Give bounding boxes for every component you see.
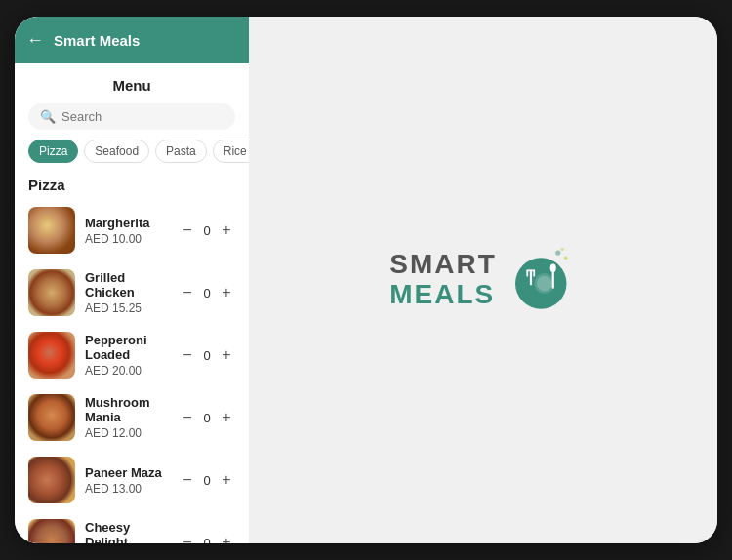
item-info: Mushroom Mania AED 12.00	[85, 395, 169, 440]
qty-control: − 0 +	[179, 534, 235, 543]
increase-button[interactable]: +	[218, 346, 235, 364]
list-item: Paneer Maza AED 13.00 − 0 +	[15, 449, 249, 511]
food-image	[28, 332, 75, 379]
svg-point-0	[555, 250, 560, 255]
decrease-button[interactable]: −	[179, 409, 196, 426]
increase-button[interactable]: +	[218, 221, 235, 239]
search-input[interactable]	[61, 109, 224, 124]
qty-value: 0	[202, 473, 212, 488]
increase-button[interactable]: +	[218, 284, 235, 301]
food-image	[28, 457, 75, 503]
svg-point-9	[537, 276, 552, 292]
decrease-button[interactable]: −	[179, 346, 196, 364]
top-bar: ← Smart Meals	[15, 17, 249, 63]
item-info: Grilled Chicken AED 15.25	[85, 270, 169, 315]
increase-button[interactable]: +	[218, 534, 235, 543]
increase-button[interactable]: +	[218, 471, 235, 489]
item-info: Cheesy Delight AED 10.00	[85, 520, 169, 543]
food-image	[28, 394, 75, 441]
list-item: Pepperoni Loaded AED 20.00 − 0 +	[15, 324, 249, 386]
section-title: Pizza	[15, 173, 249, 199]
item-info: Margherita AED 10.00	[85, 216, 169, 246]
search-bar[interactable]: 🔍	[28, 103, 235, 130]
increase-button[interactable]: +	[218, 409, 235, 426]
tab-pasta[interactable]: Pasta	[155, 140, 207, 163]
food-image	[28, 519, 75, 543]
item-price: AED 10.00	[85, 232, 169, 246]
svg-rect-7	[526, 270, 535, 272]
svg-rect-4	[530, 270, 532, 286]
search-icon: 🔍	[40, 109, 56, 124]
item-price: AED 12.00	[85, 426, 169, 440]
qty-control: − 0 +	[179, 284, 235, 301]
tab-pizza[interactable]: Pizza	[28, 140, 78, 163]
decrease-button[interactable]: −	[179, 471, 196, 489]
item-info: Pepperoni Loaded AED 20.00	[85, 333, 169, 378]
svg-rect-10	[551, 270, 553, 289]
decrease-button[interactable]: −	[179, 221, 196, 239]
food-image	[28, 207, 75, 254]
list-item: Cheesy Delight AED 10.00 − 0 +	[15, 511, 249, 543]
list-item: Margherita AED 10.00 − 0 +	[15, 199, 249, 261]
item-price: AED 15.25	[85, 301, 169, 315]
logo-smart: SMART	[389, 250, 497, 280]
left-panel: ← Smart Meals Menu 🔍 Pizza Seafood Pasta…	[15, 17, 249, 543]
item-info: Paneer Maza AED 13.00	[85, 465, 169, 496]
logo-meals: MEALS	[389, 280, 497, 310]
item-name: Pepperoni Loaded	[85, 333, 169, 362]
qty-control: − 0 +	[179, 221, 235, 239]
qty-control: − 0 +	[179, 471, 235, 489]
item-name: Margherita	[85, 216, 169, 230]
tab-ricebowl[interactable]: Rice bowl	[213, 140, 249, 163]
logo-container: SMART MEALS	[389, 246, 577, 314]
list-item: Mushroom Mania AED 12.00 − 0 +	[15, 386, 249, 449]
category-tabs: Pizza Seafood Pasta Rice bowl	[15, 140, 249, 173]
logo-text: SMART MEALS	[389, 250, 497, 310]
right-panel: SMART MEALS	[249, 17, 717, 543]
svg-point-2	[560, 248, 564, 252]
qty-control: − 0 +	[179, 346, 235, 364]
menu-header: Menu	[15, 63, 249, 103]
qty-value: 0	[202, 536, 212, 544]
menu-list: Margherita AED 10.00 − 0 + Grilled Chick…	[15, 199, 249, 543]
item-price: AED 20.00	[85, 364, 169, 378]
app-title: Smart Meals	[54, 32, 140, 49]
logo-icon	[508, 246, 577, 314]
qty-value: 0	[202, 411, 212, 425]
svg-point-1	[564, 257, 568, 260]
back-button[interactable]: ←	[26, 30, 44, 51]
qty-value: 0	[202, 348, 212, 363]
tablet-frame: ← Smart Meals Menu 🔍 Pizza Seafood Pasta…	[15, 17, 717, 543]
qty-control: − 0 +	[179, 409, 235, 426]
list-item: Grilled Chicken AED 15.25 − 0 +	[15, 261, 249, 324]
item-name: Grilled Chicken	[85, 270, 169, 300]
qty-value: 0	[202, 286, 212, 300]
item-price: AED 13.00	[85, 482, 169, 496]
qty-value: 0	[202, 223, 212, 238]
svg-point-11	[549, 263, 555, 272]
item-name: Paneer Maza	[85, 465, 169, 480]
decrease-button[interactable]: −	[179, 534, 196, 543]
food-image	[28, 269, 75, 316]
item-name: Cheesy Delight	[85, 520, 169, 543]
item-name: Mushroom Mania	[85, 395, 169, 424]
tab-seafood[interactable]: Seafood	[84, 140, 149, 163]
decrease-button[interactable]: −	[179, 284, 196, 301]
